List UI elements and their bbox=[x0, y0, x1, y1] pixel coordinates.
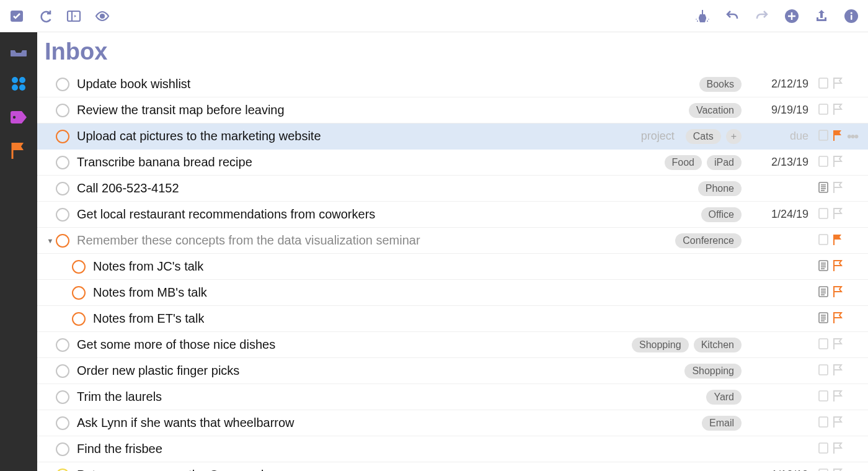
tag-pill[interactable]: Shopping bbox=[632, 338, 689, 352]
flag-icon[interactable] bbox=[832, 181, 843, 196]
disclosure-triangle-icon[interactable]: ▼ bbox=[45, 237, 56, 244]
flag-icon[interactable] bbox=[832, 233, 843, 248]
note-icon[interactable] bbox=[818, 130, 828, 143]
task-title[interactable]: Get local restaurant recommendations fro… bbox=[77, 207, 375, 222]
sidebar-inbox-button[interactable] bbox=[8, 41, 29, 60]
note-icon[interactable] bbox=[818, 182, 828, 195]
flag-icon[interactable] bbox=[832, 155, 843, 170]
completion-circle[interactable] bbox=[72, 286, 86, 300]
completion-circle[interactable] bbox=[56, 208, 69, 222]
note-icon[interactable] bbox=[818, 260, 828, 274]
tag-pill[interactable]: Email bbox=[702, 416, 742, 431]
toolbar-redo-button[interactable] bbox=[754, 8, 770, 24]
task-title[interactable]: Notes from ET's talk bbox=[93, 312, 204, 326]
note-icon[interactable] bbox=[818, 104, 828, 117]
task-row[interactable]: Get some more of those nice dishesShoppi… bbox=[37, 332, 868, 358]
note-icon[interactable] bbox=[818, 78, 828, 91]
note-icon[interactable] bbox=[818, 312, 828, 326]
task-title[interactable]: Remember these concepts from the data vi… bbox=[77, 233, 420, 248]
task-title[interactable]: Ask Lynn if she wants that wheelbarrow bbox=[77, 416, 294, 430]
note-icon[interactable] bbox=[818, 286, 828, 300]
due-date[interactable]: 1/10/19 bbox=[753, 469, 808, 471]
tag-pill[interactable]: Vacation bbox=[689, 103, 742, 118]
toolbar-undo-button[interactable] bbox=[724, 8, 740, 24]
due-date[interactable]: 2/12/19 bbox=[753, 78, 808, 91]
task-row[interactable]: Notes from JC's talk bbox=[37, 254, 868, 280]
task-title[interactable]: Find the frisbee bbox=[77, 442, 162, 456]
toolbar-view-button[interactable] bbox=[94, 8, 110, 24]
note-icon[interactable] bbox=[818, 364, 828, 378]
toolbar-add-button[interactable] bbox=[784, 8, 800, 24]
completion-circle[interactable] bbox=[56, 234, 69, 248]
more-icon[interactable]: ••• bbox=[847, 133, 862, 140]
flag-icon[interactable] bbox=[832, 77, 843, 92]
completion-circle[interactable] bbox=[56, 442, 69, 456]
tag-pill[interactable]: Shopping bbox=[684, 364, 742, 379]
task-title[interactable]: Review the transit map before leaving bbox=[77, 103, 285, 117]
task-title[interactable]: Notes from JC's talk bbox=[93, 259, 203, 274]
sidebar-projects-button[interactable] bbox=[8, 74, 29, 93]
due-date[interactable]: 1/24/19 bbox=[753, 208, 808, 221]
note-icon[interactable] bbox=[818, 469, 828, 472]
note-icon[interactable] bbox=[818, 416, 828, 430]
completion-circle[interactable] bbox=[56, 78, 69, 91]
task-row[interactable]: Call 206-523-4152Phone bbox=[37, 176, 868, 202]
completion-circle[interactable] bbox=[56, 182, 69, 195]
task-title[interactable]: Put more money on the Orca card bbox=[77, 468, 264, 471]
project-placeholder[interactable]: project bbox=[641, 130, 675, 143]
sidebar-flagged-button[interactable] bbox=[8, 141, 29, 160]
task-title[interactable]: Upload cat pictures to the marketing web… bbox=[77, 129, 321, 143]
completion-circle[interactable] bbox=[56, 390, 69, 404]
tag-pill[interactable]: Yard bbox=[706, 390, 742, 405]
toolbar-cleanup-button[interactable] bbox=[694, 8, 711, 24]
task-row[interactable]: ▼Remember these concepts from the data v… bbox=[37, 228, 868, 254]
tag-pill[interactable]: Books bbox=[699, 77, 742, 92]
add-tag-button[interactable]: + bbox=[726, 129, 742, 144]
completion-circle[interactable] bbox=[56, 130, 69, 143]
flag-icon[interactable] bbox=[832, 285, 843, 300]
toolbar-sidebar-button[interactable] bbox=[66, 8, 82, 24]
task-row[interactable]: Notes from MB's talk bbox=[37, 280, 868, 306]
due-date[interactable]: 2/13/19 bbox=[753, 156, 808, 169]
task-row[interactable]: Trim the laurelsYard bbox=[37, 384, 868, 410]
due-date[interactable]: 9/19/19 bbox=[753, 104, 808, 117]
tag-pill[interactable]: Conference bbox=[675, 233, 742, 248]
completion-circle[interactable] bbox=[56, 364, 69, 378]
completion-circle[interactable] bbox=[72, 312, 86, 326]
completion-circle[interactable] bbox=[56, 416, 69, 430]
flag-icon[interactable] bbox=[832, 103, 843, 118]
task-row[interactable]: Upload cat pictures to the marketing web… bbox=[37, 123, 868, 150]
completion-circle[interactable] bbox=[56, 156, 69, 169]
flag-icon[interactable] bbox=[832, 390, 843, 405]
task-title[interactable]: Update book wishlist bbox=[77, 77, 190, 91]
toolbar-share-button[interactable] bbox=[813, 8, 830, 24]
tag-pill[interactable]: Kitchen bbox=[694, 338, 742, 352]
tag-pill[interactable]: Phone bbox=[698, 181, 742, 196]
task-row[interactable]: Update book wishlistBooks2/12/19 bbox=[37, 71, 868, 97]
toolbar-info-button[interactable] bbox=[843, 8, 859, 24]
task-row[interactable]: Review the transit map before leavingVac… bbox=[37, 97, 868, 123]
note-icon[interactable] bbox=[818, 390, 828, 404]
completion-circle[interactable] bbox=[72, 260, 86, 274]
task-title[interactable]: Order new plastic finger picks bbox=[77, 364, 239, 378]
task-row[interactable]: Order new plastic finger picksShopping bbox=[37, 358, 868, 384]
flag-icon[interactable] bbox=[832, 312, 843, 326]
flag-icon[interactable] bbox=[832, 442, 843, 457]
flag-icon[interactable] bbox=[832, 259, 843, 274]
task-row[interactable]: Put more money on the Orca card1/10/19 bbox=[37, 462, 868, 471]
task-title[interactable]: Get some more of those nice dishes bbox=[77, 338, 275, 352]
task-row[interactable]: Get local restaurant recommendations fro… bbox=[37, 202, 868, 228]
task-title[interactable]: Notes from MB's talk bbox=[93, 285, 207, 300]
flag-icon[interactable] bbox=[832, 129, 843, 144]
note-icon[interactable] bbox=[818, 156, 828, 169]
toolbar-sync-button[interactable] bbox=[37, 8, 53, 24]
flag-icon[interactable] bbox=[832, 338, 843, 352]
task-row[interactable]: Notes from ET's talk bbox=[37, 306, 868, 332]
task-title[interactable]: Transcribe banana bread recipe bbox=[77, 155, 252, 169]
flag-icon[interactable] bbox=[832, 207, 843, 222]
due-date-placeholder[interactable]: due bbox=[753, 130, 808, 143]
flag-icon[interactable] bbox=[832, 364, 843, 379]
tag-pill[interactable]: Office bbox=[701, 207, 742, 222]
flag-icon[interactable] bbox=[832, 468, 843, 472]
flag-icon[interactable] bbox=[832, 416, 843, 431]
